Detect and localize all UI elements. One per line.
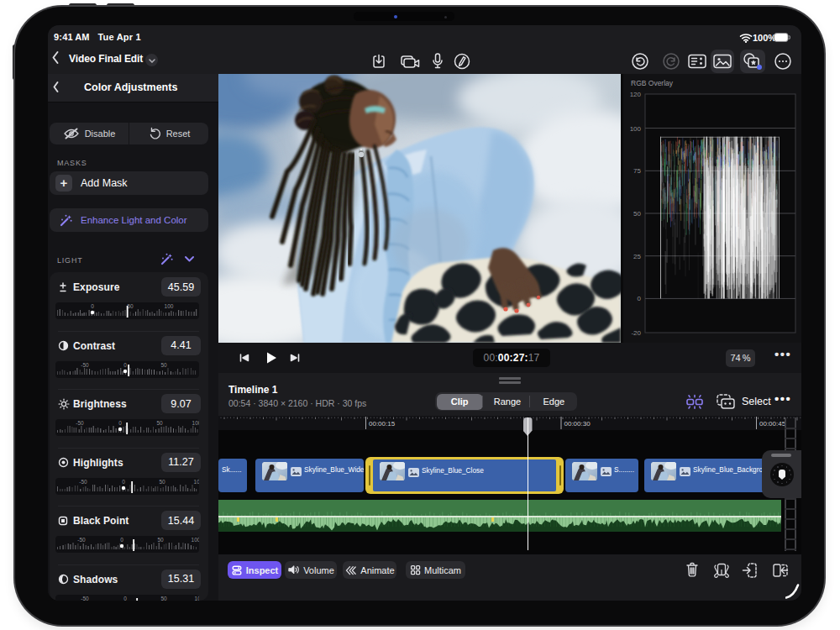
- svg-text:50: 50: [159, 479, 165, 485]
- svg-text:RGB Overlay: RGB Overlay: [631, 79, 674, 87]
- svg-text:-50: -50: [81, 362, 89, 368]
- svg-text:0: 0: [122, 479, 125, 485]
- svg-text:-20: -20: [631, 329, 641, 337]
- svg-text:100: 100: [195, 596, 199, 601]
- svg-text:-50: -50: [76, 420, 84, 426]
- svg-text:50: 50: [156, 420, 163, 426]
- svg-text:50: 50: [160, 596, 167, 601]
- svg-text:100: 100: [192, 537, 199, 543]
- svg-text:75: 75: [633, 167, 641, 175]
- svg-text:00:00:30: 00:00:30: [564, 420, 591, 428]
- svg-text:0: 0: [91, 303, 94, 309]
- svg-text:120: 120: [630, 91, 642, 98]
- svg-text:00:00:45: 00:00:45: [759, 420, 786, 428]
- svg-text:50: 50: [160, 362, 167, 368]
- svg-text:100: 100: [194, 479, 199, 485]
- svg-text:50: 50: [633, 210, 641, 218]
- svg-text:-50: -50: [79, 479, 87, 485]
- svg-text:0: 0: [123, 596, 127, 601]
- svg-text:0: 0: [123, 362, 127, 368]
- svg-text:0: 0: [120, 537, 123, 543]
- svg-text:0: 0: [118, 420, 122, 426]
- svg-text:50: 50: [157, 537, 164, 543]
- svg-text:100: 100: [192, 420, 199, 426]
- svg-text:25: 25: [633, 253, 641, 260]
- svg-text:100: 100: [630, 125, 642, 133]
- svg-text:-50: -50: [81, 596, 89, 601]
- svg-text:00:00:15: 00:00:15: [369, 420, 396, 428]
- svg-text:0: 0: [638, 295, 642, 302]
- svg-text:100: 100: [165, 303, 174, 309]
- svg-text:-50: -50: [77, 537, 86, 543]
